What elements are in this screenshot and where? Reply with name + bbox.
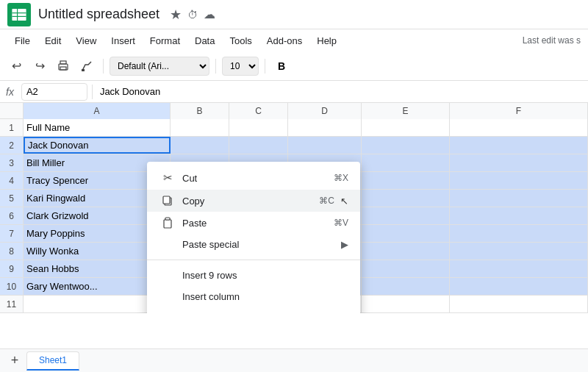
cell-f3[interactable] — [450, 154, 588, 171]
svg-rect-12 — [165, 218, 170, 220]
row-num: 4 — [0, 172, 24, 189]
cell-a1[interactable]: Full Name — [24, 119, 171, 136]
ctx-paste-special[interactable]: Paste special ▶ — [147, 234, 360, 255]
cell-b1[interactable] — [171, 119, 229, 136]
print-icon — [57, 60, 69, 72]
redo-button[interactable]: ↪ — [29, 56, 50, 76]
star-icon[interactable]: ★ — [170, 7, 182, 23]
font-select[interactable]: Default (Ari... Arial Times New Roman — [110, 57, 209, 76]
cell-b2[interactable] — [171, 137, 229, 154]
row-num: 6 — [0, 207, 24, 224]
cell-f8[interactable] — [450, 243, 588, 260]
menu-insert[interactable]: Insert — [104, 32, 143, 49]
cell-f5[interactable] — [450, 190, 588, 207]
cell-e7[interactable] — [362, 225, 450, 242]
cut-shortcut: ⌘X — [334, 173, 348, 183]
formula-input[interactable] — [97, 83, 582, 101]
cell-ref-input[interactable] — [21, 83, 87, 101]
cut-label: Cut — [182, 173, 334, 184]
sheets-logo — [7, 3, 31, 26]
sheet-tab-sheet1[interactable]: Sheet1 — [26, 351, 79, 371]
fx-label: fx — [6, 86, 14, 98]
cell-e10[interactable] — [362, 278, 450, 295]
table-row: 1 Full Name — [0, 119, 588, 137]
copy-label: Copy — [182, 196, 319, 207]
cell-c2[interactable] — [229, 137, 288, 154]
ctx-insert-rows[interactable]: Insert 9 rows — [147, 265, 360, 286]
row-num: 10 — [0, 278, 24, 295]
cell-e9[interactable] — [362, 260, 450, 277]
cell-e8[interactable] — [362, 243, 450, 260]
menu-addons[interactable]: Add-ons — [259, 32, 309, 49]
menu-view[interactable]: View — [68, 32, 104, 49]
cloud-icon: ☁ — [204, 7, 215, 21]
cell-f6[interactable] — [450, 207, 588, 224]
formula-divider — [92, 85, 93, 99]
cell-e5[interactable] — [362, 190, 450, 207]
row-num: 7 — [0, 225, 24, 242]
ctx-insert-cells[interactable]: Insert cells ▶ — [147, 307, 360, 313]
insert-cells-arrow: ▶ — [341, 312, 348, 313]
toolbar-separator-3 — [265, 59, 265, 74]
cell-e4[interactable] — [362, 172, 450, 189]
svg-rect-6 — [60, 61, 66, 64]
cell-f11[interactable] — [450, 296, 588, 312]
menu-edit[interactable]: Edit — [37, 32, 68, 49]
row-num-header — [0, 103, 24, 118]
menu-bar: File Edit View Insert Format Data Tools … — [0, 29, 588, 51]
ctx-copy[interactable]: Copy ⌘C ↖ — [147, 190, 360, 212]
menu-format[interactable]: Format — [143, 32, 187, 49]
cursor-indicator: ↖ — [340, 196, 348, 207]
column-headers: A B C D E F — [0, 103, 588, 119]
ctx-insert-column[interactable]: Insert column — [147, 286, 360, 307]
bold-button[interactable]: B — [271, 56, 292, 76]
col-header-d[interactable]: D — [288, 103, 362, 119]
cut-icon: ✂ — [159, 171, 176, 185]
row-num: 9 — [0, 260, 24, 277]
col-header-b[interactable]: B — [171, 103, 229, 119]
paint-icon — [81, 60, 93, 72]
cell-f4[interactable] — [450, 172, 588, 189]
col-header-e[interactable]: E — [362, 103, 450, 119]
svg-rect-10 — [163, 196, 170, 204]
undo-button[interactable]: ↩ — [6, 56, 26, 76]
col-header-a[interactable]: A — [24, 103, 171, 119]
paste-label: Paste — [182, 218, 334, 229]
copy-shortcut: ⌘C — [319, 196, 334, 206]
print-button[interactable] — [53, 56, 74, 76]
menu-file[interactable]: File — [7, 32, 37, 49]
formula-bar: fx — [0, 81, 588, 103]
cell-c1[interactable] — [229, 119, 288, 136]
cell-f2[interactable] — [450, 137, 588, 154]
cell-f7[interactable] — [450, 225, 588, 242]
cell-e11[interactable] — [362, 296, 450, 312]
menu-tools[interactable]: Tools — [222, 32, 259, 49]
col-header-c[interactable]: C — [229, 103, 288, 119]
paste-icon — [159, 217, 176, 229]
row-num: 3 — [0, 154, 24, 171]
sheet-container: A B C D E F 1 Full Name 2 Jack Donovan — [0, 103, 588, 313]
font-size-select[interactable]: 10 11 12 14 — [222, 57, 259, 76]
history-icon[interactable]: ⏱ — [187, 9, 198, 21]
cell-f1[interactable] — [450, 119, 588, 136]
menu-help[interactable]: Help — [309, 32, 344, 49]
cell-f9[interactable] — [450, 260, 588, 277]
add-sheet-button[interactable]: + — [6, 352, 24, 370]
col-header-f[interactable]: F — [450, 103, 588, 119]
cell-d1[interactable] — [288, 119, 362, 136]
cell-e2[interactable] — [362, 137, 450, 154]
menu-data[interactable]: Data — [187, 32, 222, 49]
cell-e1[interactable] — [362, 119, 450, 136]
cell-f10[interactable] — [450, 278, 588, 295]
doc-title: Untitled spreadsheet — [38, 7, 159, 22]
cell-a2[interactable]: Jack Donovan — [24, 137, 171, 154]
paste-shortcut: ⌘V — [334, 218, 348, 228]
cell-e6[interactable] — [362, 207, 450, 224]
ctx-divider-1 — [147, 260, 360, 260]
cell-e3[interactable] — [362, 154, 450, 171]
tab-bar: + Sheet1 — [0, 348, 588, 372]
ctx-cut[interactable]: ✂ Cut ⌘X — [147, 166, 360, 190]
paint-format-button[interactable] — [76, 56, 97, 76]
cell-d2[interactable] — [288, 137, 362, 154]
ctx-paste[interactable]: Paste ⌘V — [147, 212, 360, 234]
